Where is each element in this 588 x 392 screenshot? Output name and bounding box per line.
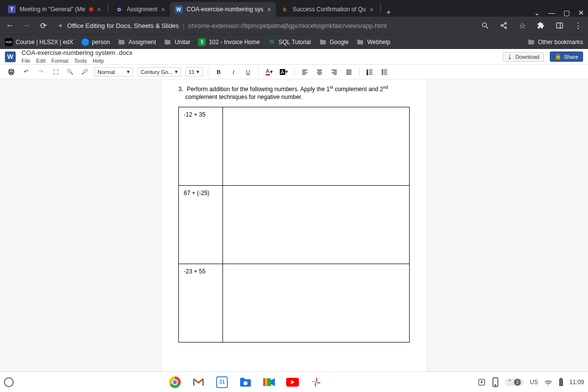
align-center-button[interactable] bbox=[314, 67, 325, 77]
undo-button[interactable]: ↶ bbox=[21, 67, 31, 77]
more-menu-icon[interactable]: ⋮ bbox=[572, 20, 584, 31]
bookmark-unitar-folder[interactable]: Unitar bbox=[164, 38, 190, 46]
back-button[interactable]: ← bbox=[4, 20, 16, 31]
bookmark-webhelp-folder[interactable]: Webhelp bbox=[356, 38, 390, 46]
tab-title: COA-exercise-numbering sys bbox=[187, 6, 264, 13]
photos-app-icon[interactable] bbox=[309, 375, 323, 389]
tab-meeting[interactable]: T Meeting in "General" (Me × bbox=[3, 2, 106, 17]
svg-line-5 bbox=[502, 24, 505, 25]
fit-width-button[interactable]: ⛶ bbox=[50, 67, 61, 77]
style-dropdown[interactable]: Normal▾ bbox=[94, 67, 133, 76]
bookmark-person[interactable]: 🌐 person bbox=[81, 38, 110, 46]
bold-button[interactable]: B bbox=[213, 67, 224, 77]
chevron-down-icon[interactable]: ⌄ bbox=[533, 9, 541, 17]
tab-title: Success Confirmation of Qu bbox=[293, 6, 366, 13]
battery-icon[interactable] bbox=[559, 378, 564, 387]
share-icon[interactable] bbox=[498, 20, 510, 31]
omnibox[interactable]: ✦ Office Editing for Docs, Sheets & Slid… bbox=[54, 19, 474, 32]
menu-tools[interactable]: Tools bbox=[74, 58, 87, 64]
side-panel-icon[interactable] bbox=[554, 20, 565, 31]
system-shelf: 31 ⌃ 2 US 11:09 bbox=[0, 371, 588, 392]
menu-help[interactable]: Help bbox=[93, 58, 104, 64]
calendar-app-icon[interactable]: 31 bbox=[215, 375, 229, 389]
underline-button[interactable]: U bbox=[243, 67, 253, 77]
downloads-tray-icon[interactable] bbox=[477, 378, 486, 387]
phone-hub-icon[interactable] bbox=[492, 377, 499, 387]
italic-button[interactable]: I bbox=[228, 67, 239, 77]
gmail-app-icon[interactable] bbox=[192, 375, 205, 389]
expression-cell[interactable]: -12 + 35 bbox=[179, 107, 223, 186]
close-tab-icon[interactable]: × bbox=[97, 6, 101, 13]
menu-format[interactable]: Format bbox=[51, 58, 69, 64]
work-cell[interactable] bbox=[223, 264, 410, 343]
text-color-button[interactable]: A ▾ bbox=[264, 67, 274, 77]
close-window-button[interactable]: ✕ bbox=[577, 9, 585, 17]
launcher-button[interactable] bbox=[4, 377, 14, 387]
bookmark-assigment-folder[interactable]: Assigment bbox=[118, 38, 156, 46]
print-button[interactable] bbox=[6, 67, 17, 77]
maximize-window-button[interactable]: ▢ bbox=[563, 9, 570, 17]
clock[interactable]: 11:09 bbox=[569, 379, 584, 386]
bookmark-label: Google bbox=[330, 39, 349, 46]
reload-button[interactable]: ⟳ bbox=[37, 20, 49, 31]
question-number: 3. bbox=[178, 85, 185, 93]
forward-button[interactable]: → bbox=[21, 20, 32, 31]
share-button[interactable]: 🔒 Share bbox=[550, 51, 583, 62]
new-tab-button[interactable]: ＋ bbox=[385, 8, 392, 17]
menu-edit[interactable]: Edit bbox=[36, 58, 46, 64]
tab-success-confirmation[interactable]: b Success Confirmation of Qu × bbox=[276, 2, 378, 17]
align-justify-button[interactable] bbox=[343, 67, 354, 77]
zoom-out-button[interactable]: 🔎 bbox=[79, 67, 90, 77]
extensions-icon[interactable] bbox=[535, 20, 547, 31]
expression-cell[interactable]: 67 + (-25) bbox=[179, 186, 223, 264]
font-size-dropdown[interactable]: 11▾ bbox=[185, 67, 203, 76]
menu-file[interactable]: File bbox=[22, 58, 30, 64]
superscript: nd bbox=[383, 85, 388, 90]
close-tab-icon[interactable]: × bbox=[268, 6, 271, 13]
bookmark-star-icon[interactable]: ☆ bbox=[516, 20, 528, 31]
lock-icon: 🔒 bbox=[555, 53, 562, 60]
chrome-app-icon[interactable] bbox=[168, 375, 182, 389]
meet-app-icon[interactable] bbox=[262, 375, 276, 389]
zoom-in-button[interactable]: 🔍 bbox=[65, 67, 75, 77]
folder-icon bbox=[164, 38, 172, 46]
bookmark-edx[interactable]: edx Course | HLS2X | edX bbox=[5, 38, 74, 46]
bulleted-list-button[interactable] bbox=[379, 67, 390, 77]
svg-point-48 bbox=[495, 385, 496, 386]
keyboard-language[interactable]: US bbox=[530, 379, 538, 386]
download-button[interactable]: ⭳ Download bbox=[503, 52, 544, 62]
separator bbox=[359, 68, 360, 76]
svg-rect-50 bbox=[560, 378, 562, 379]
bookmark-google-folder[interactable]: Google bbox=[319, 38, 349, 46]
font-dropdown[interactable]: Century Go...▾ bbox=[137, 67, 181, 76]
close-tab-icon[interactable]: × bbox=[370, 6, 374, 13]
tab-separator bbox=[380, 4, 381, 13]
search-icon[interactable] bbox=[479, 20, 491, 31]
redo-button[interactable]: ↷ bbox=[35, 67, 46, 77]
omnibox-separator: | bbox=[183, 22, 184, 29]
align-left-button[interactable] bbox=[299, 67, 310, 77]
files-app-icon[interactable] bbox=[239, 375, 252, 389]
highlight-button[interactable]: A ▾ bbox=[278, 67, 289, 77]
money-icon: $ bbox=[198, 38, 206, 46]
work-cell[interactable] bbox=[223, 186, 410, 264]
question-text: 3. Perform addition for the following nu… bbox=[178, 84, 410, 101]
minimize-window-button[interactable]: — bbox=[548, 9, 556, 17]
document-canvas[interactable]: 3. Perform addition for the following nu… bbox=[0, 79, 588, 371]
bookmark-label: person bbox=[92, 39, 110, 46]
wifi-icon[interactable] bbox=[544, 379, 553, 386]
question-segment: complement and 2 bbox=[333, 86, 383, 93]
bookmark-invoice[interactable]: $ 102 - Invoice Home bbox=[198, 38, 260, 46]
bookmark-label: SQL Tutorial bbox=[278, 39, 311, 46]
tab-coa-exercise[interactable]: W COA-exercise-numbering sys × bbox=[170, 2, 276, 17]
youtube-app-icon[interactable] bbox=[286, 375, 299, 389]
numbered-list-button[interactable]: 123 bbox=[365, 67, 375, 77]
work-cell[interactable] bbox=[223, 107, 410, 186]
other-bookmarks[interactable]: Other bookmarks bbox=[527, 38, 583, 46]
tab-assignment[interactable]: ✿ Assignment × bbox=[110, 2, 170, 17]
align-right-button[interactable] bbox=[329, 67, 340, 77]
bookmark-sql[interactable]: W SQL Tutorial bbox=[268, 38, 311, 46]
tray-expand-button[interactable]: ⌃ 2 bbox=[505, 378, 524, 386]
close-tab-icon[interactable]: × bbox=[161, 6, 165, 13]
expression-cell[interactable]: -23 + 55 bbox=[179, 264, 223, 343]
